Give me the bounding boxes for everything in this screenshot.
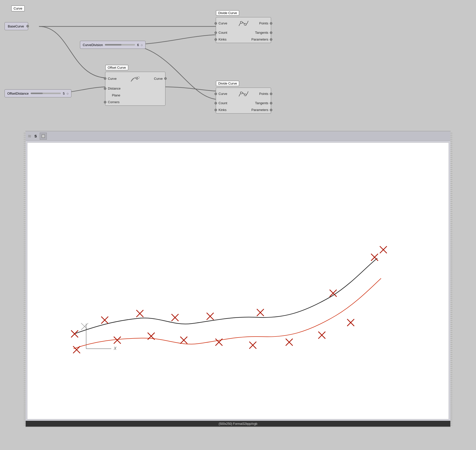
dc1-curve-in[interactable] — [214, 22, 217, 25]
curve-division-diamond: ◇ — [141, 44, 143, 46]
viewport-canvas: X — [27, 142, 449, 419]
divide-curve-1-kinks-row: Kinks Parameters — [216, 36, 271, 43]
svg-point-4 — [136, 78, 138, 79]
oc-icon — [129, 73, 142, 84]
dc2-count-in[interactable] — [214, 102, 217, 104]
base-curve-node[interactable]: BaseCurve — [5, 22, 28, 30]
offset-distance-track[interactable] — [31, 93, 61, 94]
base-curve-text: BaseCurve — [8, 24, 24, 28]
oc-corners-in[interactable] — [104, 101, 106, 103]
offset-distance-row: Distance — [105, 85, 165, 92]
offset-curve-title: Offset Curve — [105, 65, 128, 70]
curve-division-label: CurveDivision — [83, 43, 103, 47]
divide-curve-2-curve-row: Curve Points — [216, 88, 271, 100]
viewport-waves-icon: ≋ — [28, 133, 31, 139]
dc2-curve-in[interactable] — [214, 93, 217, 95]
oc-curve-in[interactable] — [104, 77, 106, 80]
oc-distance-in[interactable] — [104, 87, 106, 90]
divide-curve-1-curve-row: Curve Points — [216, 17, 271, 29]
viewport-statusbar: (500x250) Format32bppArgb — [26, 421, 450, 427]
dc2-points-out[interactable] — [270, 93, 272, 95]
offset-distance-label: OffsetDistance — [7, 92, 29, 95]
offset-curve-node[interactable]: Offset Curve Curve Curve — [105, 72, 165, 106]
offset-curve-row: Curve Curve — [105, 72, 165, 85]
dc2-tangents-out[interactable] — [270, 102, 272, 104]
offset-distance-slider[interactable]: OffsetDistance 5 ◇ — [5, 89, 71, 97]
base-curve-output-port[interactable] — [26, 25, 29, 27]
viewport-s-label: S — [34, 134, 37, 138]
divide-curve-2-count-row: Count Tangents — [216, 100, 271, 106]
dc1-parameters-out[interactable] — [270, 38, 272, 41]
divide-curve-1-title: Divide Curve — [216, 10, 239, 16]
divide-curve-1-count-row: Count Tangents — [216, 29, 271, 36]
viewport-scene: X — [27, 143, 449, 419]
offset-plane-row: Plane — [105, 92, 165, 99]
viewport-panel[interactable]: ≋ S X — [25, 131, 451, 427]
divide-curve-1-node[interactable]: Divide Curve Curve Points — [216, 17, 271, 43]
dc1-icon — [238, 19, 249, 28]
viewport-toolbar-button[interactable] — [40, 133, 47, 140]
dc2-parameters-out[interactable] — [270, 109, 272, 111]
oc-curve-out[interactable] — [164, 77, 167, 80]
grasshopper-canvas[interactable]: Curve BaseCurve Divide Curve Curve — [0, 0, 476, 131]
curve-division-fill — [105, 44, 121, 46]
curve-division-track[interactable] — [105, 44, 135, 46]
offset-distance-value: 5 — [63, 92, 65, 95]
dc1-kinks-in[interactable] — [214, 38, 217, 41]
svg-rect-11 — [42, 135, 45, 137]
curve-division-value: 6 — [137, 43, 139, 47]
dc2-icon — [238, 89, 249, 98]
dc2-kinks-in[interactable] — [214, 109, 217, 111]
curve-label-node: Curve — [11, 6, 25, 11]
dc1-tangents-out[interactable] — [270, 31, 272, 34]
viewport-status-text: (500x250) Format32bppArgb — [219, 422, 257, 426]
dc1-count-in[interactable] — [214, 31, 217, 34]
offset-distance-fill — [31, 93, 43, 94]
svg-text:X: X — [113, 346, 117, 351]
offset-corners-row: Corners — [105, 99, 165, 105]
divide-curve-2-title: Divide Curve — [216, 81, 239, 86]
viewport-toolbar: ≋ S — [26, 131, 450, 141]
divide-curve-2-kinks-row: Kinks Parameters — [216, 106, 271, 113]
curve-label-text: Curve — [14, 7, 22, 10]
curve-division-slider[interactable]: CurveDivision 6 ◇ — [80, 41, 146, 49]
divide-curve-2-node[interactable]: Divide Curve Curve Points — [216, 88, 271, 114]
offset-distance-diamond: ◇ — [67, 92, 69, 95]
dc1-points-out[interactable] — [270, 22, 272, 25]
svg-point-5 — [138, 77, 139, 78]
